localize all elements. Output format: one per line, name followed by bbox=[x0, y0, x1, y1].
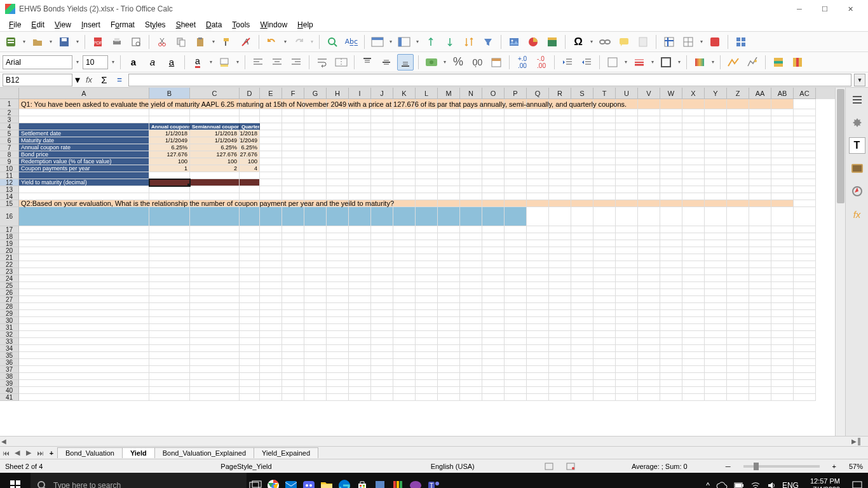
cell-J27[interactable] bbox=[371, 296, 393, 303]
zoom-slider[interactable] bbox=[743, 465, 820, 468]
cell-V29[interactable] bbox=[638, 310, 660, 317]
cell-F34[interactable] bbox=[282, 345, 304, 352]
cell-V23[interactable] bbox=[638, 268, 660, 275]
cell-A11[interactable] bbox=[19, 172, 149, 179]
cell-B38[interactable] bbox=[149, 373, 190, 380]
cell-G40[interactable] bbox=[304, 387, 327, 394]
cell-E20[interactable] bbox=[260, 247, 282, 254]
cell-M5[interactable] bbox=[438, 130, 460, 137]
cell-H8[interactable] bbox=[327, 151, 349, 158]
cell-AC22[interactable] bbox=[794, 261, 816, 268]
cell-H11[interactable] bbox=[327, 172, 349, 179]
cell-E23[interactable] bbox=[260, 268, 282, 275]
cell-W2[interactable] bbox=[660, 109, 682, 116]
autoformat-icon[interactable] bbox=[691, 54, 708, 71]
cell-L22[interactable] bbox=[416, 261, 438, 268]
cell-Q41[interactable] bbox=[527, 394, 549, 401]
cell-D8[interactable]: 127.676 bbox=[240, 151, 260, 158]
cell-Z14[interactable] bbox=[727, 193, 749, 200]
cell-U11[interactable] bbox=[616, 172, 638, 179]
function-wizard-icon[interactable]: fx bbox=[83, 74, 95, 86]
cell-H31[interactable] bbox=[327, 324, 349, 331]
chart-icon[interactable] bbox=[525, 34, 541, 50]
cell-Y21[interactable] bbox=[705, 254, 727, 261]
cell-AA40[interactable] bbox=[749, 387, 771, 394]
cell-S32[interactable] bbox=[571, 331, 593, 338]
cell-S7[interactable] bbox=[571, 144, 593, 151]
cell-Y41[interactable] bbox=[705, 394, 727, 401]
cell-I26[interactable] bbox=[349, 289, 371, 296]
cell-J18[interactable] bbox=[371, 233, 393, 240]
cell-E40[interactable] bbox=[260, 387, 282, 394]
cell-AB21[interactable] bbox=[771, 254, 794, 261]
cell-D24[interactable] bbox=[240, 275, 260, 282]
cell-AC34[interactable] bbox=[794, 345, 816, 352]
cell-AA10[interactable] bbox=[749, 165, 771, 172]
cell-I33[interactable] bbox=[349, 338, 371, 345]
cell-I12[interactable] bbox=[349, 179, 371, 186]
cell-J19[interactable] bbox=[371, 240, 393, 247]
cell-P11[interactable] bbox=[505, 172, 527, 179]
cell-G39[interactable] bbox=[304, 380, 327, 387]
cell-C33[interactable] bbox=[190, 338, 240, 345]
cell-U27[interactable] bbox=[616, 296, 638, 303]
cell-F4[interactable] bbox=[282, 123, 304, 130]
cell-O9[interactable] bbox=[482, 158, 505, 165]
cell-A4[interactable] bbox=[19, 123, 149, 130]
cell-G29[interactable] bbox=[304, 310, 327, 317]
cell-U14[interactable] bbox=[616, 193, 638, 200]
cell-G16[interactable] bbox=[304, 207, 327, 226]
cell-X35[interactable] bbox=[682, 352, 705, 359]
cell-F12[interactable] bbox=[282, 179, 304, 186]
cell-R35[interactable] bbox=[549, 352, 571, 359]
cell-Y15[interactable] bbox=[705, 200, 727, 207]
menu-styles[interactable]: Styles bbox=[140, 19, 171, 30]
cell-AB26[interactable] bbox=[771, 289, 794, 296]
cell-C11[interactable] bbox=[190, 172, 240, 179]
app-icon-1[interactable] bbox=[371, 473, 389, 488]
cell-E30[interactable] bbox=[260, 317, 282, 324]
cell-Y12[interactable] bbox=[705, 179, 727, 186]
cell-H19[interactable] bbox=[327, 240, 349, 247]
cell-B13[interactable] bbox=[149, 186, 190, 193]
cell-Y9[interactable] bbox=[705, 158, 727, 165]
cell-K4[interactable] bbox=[393, 123, 416, 130]
cell-G30[interactable] bbox=[304, 317, 327, 324]
cell-V35[interactable] bbox=[638, 352, 660, 359]
cell-K40[interactable] bbox=[393, 387, 416, 394]
cell-AB8[interactable] bbox=[771, 151, 794, 158]
cell-C23[interactable] bbox=[190, 268, 240, 275]
cell-AB2[interactable] bbox=[771, 109, 794, 116]
cell-A17[interactable] bbox=[19, 226, 149, 233]
cell-E25[interactable] bbox=[260, 282, 282, 289]
cell-W34[interactable] bbox=[660, 345, 682, 352]
cell-K17[interactable] bbox=[393, 226, 416, 233]
cell-Z11[interactable] bbox=[727, 172, 749, 179]
cell-P5[interactable] bbox=[505, 130, 527, 137]
menu-insert[interactable]: Insert bbox=[76, 19, 105, 30]
cell-P26[interactable] bbox=[505, 289, 527, 296]
cell-AA13[interactable] bbox=[749, 186, 771, 193]
cell-AA8[interactable] bbox=[749, 151, 771, 158]
horizontal-scrollbar[interactable]: ◀▶ bbox=[0, 436, 868, 446]
cell-C10[interactable]: 2 bbox=[190, 165, 240, 172]
cell-F24[interactable] bbox=[282, 275, 304, 282]
cell-X9[interactable] bbox=[682, 158, 705, 165]
tab-bond-valuation[interactable]: Bond_Valuation bbox=[57, 447, 123, 458]
cell-F37[interactable] bbox=[282, 366, 304, 373]
cell-Z20[interactable] bbox=[727, 247, 749, 254]
cell-S11[interactable] bbox=[571, 172, 593, 179]
cell-D7[interactable]: 6.25% bbox=[240, 144, 260, 151]
cell-M10[interactable] bbox=[438, 165, 460, 172]
cell-Q34[interactable] bbox=[527, 345, 549, 352]
cell-H34[interactable] bbox=[327, 345, 349, 352]
cell-Z26[interactable] bbox=[727, 289, 749, 296]
font-name-dropdown[interactable]: ▾ bbox=[75, 59, 80, 65]
font-name-input[interactable] bbox=[3, 55, 72, 69]
cell-U9[interactable] bbox=[616, 158, 638, 165]
italic-icon[interactable]: a bbox=[144, 54, 161, 71]
cell-G5[interactable] bbox=[304, 130, 327, 137]
cell-D26[interactable] bbox=[240, 289, 260, 296]
cell-J25[interactable] bbox=[371, 282, 393, 289]
cell-D10[interactable]: 4 bbox=[240, 165, 260, 172]
